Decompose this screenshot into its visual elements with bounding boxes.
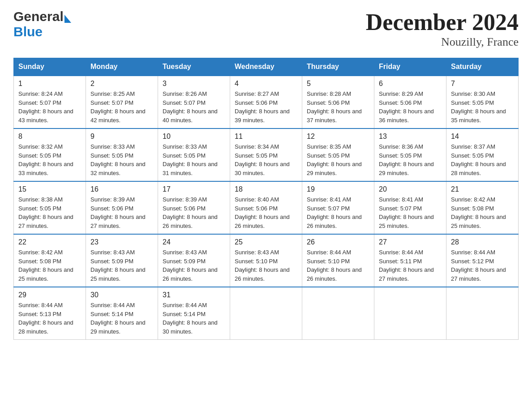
table-row: 20 Sunrise: 8:41 AMSunset: 5:07 PMDaylig…: [374, 181, 446, 234]
day-number: 26: [307, 238, 369, 246]
day-number: 20: [379, 185, 442, 193]
table-row: 6 Sunrise: 8:29 AMSunset: 5:06 PMDayligh…: [374, 76, 446, 128]
day-info: Sunrise: 8:24 AMSunset: 5:07 PMDaylight:…: [18, 90, 73, 124]
day-number: 8: [18, 133, 81, 141]
day-number: 22: [18, 238, 81, 246]
day-info: Sunrise: 8:39 AMSunset: 5:06 PMDaylight:…: [90, 196, 146, 229]
table-row: 8 Sunrise: 8:32 AMSunset: 5:05 PMDayligh…: [14, 128, 86, 181]
day-info: Sunrise: 8:41 AMSunset: 5:07 PMDaylight:…: [379, 196, 434, 229]
day-info: Sunrise: 8:43 AMSunset: 5:10 PMDaylight:…: [235, 249, 290, 282]
table-row: 31 Sunrise: 8:44 AMSunset: 5:14 PMDaylig…: [158, 287, 230, 340]
table-row: [374, 287, 446, 340]
day-info: Sunrise: 8:32 AMSunset: 5:05 PMDaylight:…: [18, 143, 73, 176]
day-info: Sunrise: 8:43 AMSunset: 5:09 PMDaylight:…: [90, 249, 146, 282]
table-row: 16 Sunrise: 8:39 AMSunset: 5:06 PMDaylig…: [86, 181, 158, 234]
day-info: Sunrise: 8:29 AMSunset: 5:06 PMDaylight:…: [379, 90, 434, 124]
col-tuesday: Tuesday: [158, 58, 230, 76]
table-row: 12 Sunrise: 8:35 AMSunset: 5:05 PMDaylig…: [302, 128, 374, 181]
table-row: 28 Sunrise: 8:44 AMSunset: 5:12 PMDaylig…: [446, 234, 519, 287]
day-info: Sunrise: 8:30 AMSunset: 5:05 PMDaylight:…: [451, 90, 506, 124]
table-row: 1 Sunrise: 8:24 AMSunset: 5:07 PMDayligh…: [14, 76, 86, 128]
table-row: 27 Sunrise: 8:44 AMSunset: 5:11 PMDaylig…: [374, 234, 446, 287]
day-number: 23: [90, 238, 153, 246]
calendar-table: Sunday Monday Tuesday Wednesday Thursday…: [13, 58, 519, 340]
day-number: 12: [307, 133, 369, 141]
table-row: 10 Sunrise: 8:33 AMSunset: 5:05 PMDaylig…: [158, 128, 230, 181]
calendar-week-row: 1 Sunrise: 8:24 AMSunset: 5:07 PMDayligh…: [14, 76, 519, 128]
calendar-week-row: 29 Sunrise: 8:44 AMSunset: 5:13 PMDaylig…: [14, 287, 519, 340]
calendar-header-row: Sunday Monday Tuesday Wednesday Thursday…: [14, 58, 519, 76]
table-row: 22 Sunrise: 8:42 AMSunset: 5:08 PMDaylig…: [14, 234, 86, 287]
day-number: 3: [163, 80, 225, 88]
day-info: Sunrise: 8:44 AMSunset: 5:14 PMDaylight:…: [163, 302, 218, 335]
table-row: 18 Sunrise: 8:40 AMSunset: 5:06 PMDaylig…: [230, 181, 302, 234]
table-row: [446, 287, 519, 340]
day-number: 30: [90, 291, 153, 299]
day-info: Sunrise: 8:25 AMSunset: 5:07 PMDaylight:…: [90, 90, 146, 124]
calendar-week-row: 8 Sunrise: 8:32 AMSunset: 5:05 PMDayligh…: [14, 128, 519, 181]
day-info: Sunrise: 8:28 AMSunset: 5:06 PMDaylight:…: [307, 90, 362, 124]
day-number: 7: [451, 80, 514, 88]
day-number: 14: [451, 133, 514, 141]
day-info: Sunrise: 8:33 AMSunset: 5:05 PMDaylight:…: [163, 143, 218, 176]
day-number: 13: [379, 133, 442, 141]
logo-general-text: General: [13, 9, 64, 24]
col-wednesday: Wednesday: [230, 58, 302, 76]
logo: General Blue: [13, 9, 71, 39]
day-info: Sunrise: 8:41 AMSunset: 5:07 PMDaylight:…: [307, 196, 362, 229]
day-number: 17: [163, 185, 225, 193]
day-info: Sunrise: 8:26 AMSunset: 5:07 PMDaylight:…: [163, 90, 218, 124]
logo-blue-text: Blue: [13, 24, 43, 39]
day-info: Sunrise: 8:37 AMSunset: 5:05 PMDaylight:…: [451, 143, 506, 176]
day-number: 16: [90, 185, 153, 193]
page-subtitle: Nouzilly, France: [366, 35, 519, 49]
day-info: Sunrise: 8:39 AMSunset: 5:06 PMDaylight:…: [163, 196, 218, 229]
calendar-week-row: 22 Sunrise: 8:42 AMSunset: 5:08 PMDaylig…: [14, 234, 519, 287]
day-info: Sunrise: 8:44 AMSunset: 5:10 PMDaylight:…: [307, 249, 362, 282]
table-row: 24 Sunrise: 8:43 AMSunset: 5:09 PMDaylig…: [158, 234, 230, 287]
table-row: 11 Sunrise: 8:34 AMSunset: 5:05 PMDaylig…: [230, 128, 302, 181]
title-area: December 2024 Nouzilly, France: [366, 9, 519, 49]
day-number: 24: [163, 238, 225, 246]
table-row: 7 Sunrise: 8:30 AMSunset: 5:05 PMDayligh…: [446, 76, 519, 128]
day-info: Sunrise: 8:33 AMSunset: 5:05 PMDaylight:…: [90, 143, 146, 176]
table-row: 2 Sunrise: 8:25 AMSunset: 5:07 PMDayligh…: [86, 76, 158, 128]
day-number: 1: [18, 80, 81, 88]
day-number: 31: [163, 291, 225, 299]
day-number: 15: [18, 185, 81, 193]
day-number: 25: [235, 238, 297, 246]
table-row: 21 Sunrise: 8:42 AMSunset: 5:08 PMDaylig…: [446, 181, 519, 234]
day-number: 21: [451, 185, 514, 193]
col-thursday: Thursday: [302, 58, 374, 76]
page-header: General Blue December 2024 Nouzilly, Fra…: [13, 9, 519, 49]
day-info: Sunrise: 8:42 AMSunset: 5:08 PMDaylight:…: [451, 196, 506, 229]
day-info: Sunrise: 8:36 AMSunset: 5:05 PMDaylight:…: [379, 143, 434, 176]
table-row: 15 Sunrise: 8:38 AMSunset: 5:05 PMDaylig…: [14, 181, 86, 234]
day-number: 19: [307, 185, 369, 193]
table-row: 25 Sunrise: 8:43 AMSunset: 5:10 PMDaylig…: [230, 234, 302, 287]
day-number: 9: [90, 133, 153, 141]
day-number: 27: [379, 238, 442, 246]
table-row: 29 Sunrise: 8:44 AMSunset: 5:13 PMDaylig…: [14, 287, 86, 340]
day-number: 10: [163, 133, 225, 141]
table-row: 19 Sunrise: 8:41 AMSunset: 5:07 PMDaylig…: [302, 181, 374, 234]
table-row: 3 Sunrise: 8:26 AMSunset: 5:07 PMDayligh…: [158, 76, 230, 128]
day-number: 28: [451, 238, 514, 246]
day-info: Sunrise: 8:44 AMSunset: 5:11 PMDaylight:…: [379, 249, 434, 282]
table-row: 30 Sunrise: 8:44 AMSunset: 5:14 PMDaylig…: [86, 287, 158, 340]
day-number: 2: [90, 80, 153, 88]
day-info: Sunrise: 8:27 AMSunset: 5:06 PMDaylight:…: [235, 90, 290, 124]
logo-arrow-icon: [64, 15, 71, 23]
col-saturday: Saturday: [446, 58, 519, 76]
day-info: Sunrise: 8:38 AMSunset: 5:05 PMDaylight:…: [18, 196, 73, 229]
col-friday: Friday: [374, 58, 446, 76]
table-row: 9 Sunrise: 8:33 AMSunset: 5:05 PMDayligh…: [86, 128, 158, 181]
day-number: 11: [235, 133, 297, 141]
table-row: [230, 287, 302, 340]
day-number: 6: [379, 80, 442, 88]
table-row: 4 Sunrise: 8:27 AMSunset: 5:06 PMDayligh…: [230, 76, 302, 128]
day-info: Sunrise: 8:42 AMSunset: 5:08 PMDaylight:…: [18, 249, 73, 282]
day-number: 4: [235, 80, 297, 88]
table-row: 14 Sunrise: 8:37 AMSunset: 5:05 PMDaylig…: [446, 128, 519, 181]
day-info: Sunrise: 8:44 AMSunset: 5:13 PMDaylight:…: [18, 302, 73, 335]
